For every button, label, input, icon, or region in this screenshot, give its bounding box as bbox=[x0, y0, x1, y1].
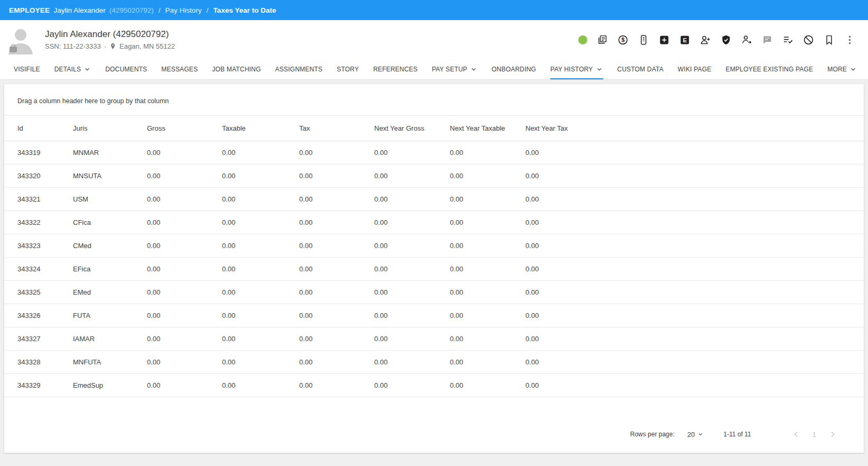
task-check-icon[interactable] bbox=[782, 34, 793, 45]
cell-next-year-gross: 0.00 bbox=[374, 351, 450, 374]
table-row[interactable]: 343326 FUTA 0.00 0.00 0.00 0.00 0.00 0.0… bbox=[4, 304, 864, 327]
previous-page-button[interactable] bbox=[790, 428, 802, 440]
table-row[interactable]: 343321 USM 0.00 0.00 0.00 0.00 0.00 0.00 bbox=[4, 188, 864, 211]
table-row[interactable]: 343329 EmedSup 0.00 0.00 0.00 0.00 0.00 … bbox=[4, 374, 864, 397]
cell-gross: 0.00 bbox=[147, 281, 222, 304]
cell-id: 343320 bbox=[4, 165, 73, 188]
cell-juris: EmedSup bbox=[73, 374, 147, 397]
chevron-down-icon bbox=[84, 66, 91, 73]
person-add-icon[interactable] bbox=[699, 34, 711, 45]
e-square-icon[interactable]: E bbox=[679, 34, 690, 45]
breadcrumb-pay-history[interactable]: Pay History bbox=[165, 6, 202, 14]
svg-text:$: $ bbox=[621, 36, 624, 43]
cell-next-year-tax: 0.00 bbox=[525, 188, 864, 211]
breadcrumb-separator: / bbox=[159, 6, 161, 14]
cell-next-year-taxable: 0.00 bbox=[450, 374, 525, 397]
table-row[interactable]: 343327 IAMAR 0.00 0.00 0.00 0.00 0.00 0.… bbox=[4, 327, 864, 351]
tab-references[interactable]: REFERENCES bbox=[373, 59, 418, 79]
tab-messages[interactable]: MESSAGES bbox=[161, 59, 198, 79]
kebab-menu-icon[interactable] bbox=[844, 34, 855, 45]
cell-next-year-tax: 0.00 bbox=[525, 234, 864, 258]
cell-gross: 0.00 bbox=[147, 188, 222, 211]
cell-juris: MNMAR bbox=[73, 141, 147, 165]
pagination-bar: Rows per page: 20 1-11 of 11 1 bbox=[4, 419, 864, 453]
plus-square-icon[interactable] bbox=[658, 34, 670, 45]
cell-next-year-taxable: 0.00 bbox=[450, 234, 525, 258]
column-header-next-year-tax[interactable]: Next Year Tax bbox=[525, 116, 864, 141]
cell-tax: 0.00 bbox=[299, 234, 374, 258]
cell-juris: MNSUTA bbox=[73, 165, 147, 188]
tab-job-matching[interactable]: JOB MATCHING bbox=[212, 59, 261, 79]
header-toolbar: $ E bbox=[578, 34, 855, 45]
tab-custom-data[interactable]: CUSTOM DATA bbox=[617, 59, 664, 79]
cell-juris: IAMAR bbox=[73, 327, 147, 351]
tab-visifile[interactable]: VISIFILE bbox=[14, 59, 40, 79]
cell-taxable: 0.00 bbox=[222, 141, 299, 165]
tab-employee-existing-page[interactable]: EMPLOYEE EXISTING PAGE bbox=[726, 59, 814, 79]
taxes-grid-card: Drag a column header here to group by th… bbox=[4, 84, 864, 453]
breadcrumb-separator: / bbox=[207, 6, 209, 14]
cell-tax: 0.00 bbox=[299, 374, 374, 397]
tab-bar: VISIFILE DETAILS DOCUMENTS MESSAGES JOB … bbox=[0, 59, 868, 80]
tab-wiki-page[interactable]: WIKI PAGE bbox=[678, 59, 712, 79]
activity-log-icon[interactable] bbox=[596, 34, 608, 45]
subline-separator: · bbox=[104, 42, 106, 50]
cell-id: 343324 bbox=[4, 258, 73, 281]
cell-taxable: 0.00 bbox=[222, 165, 299, 188]
current-page-number[interactable]: 1 bbox=[812, 431, 816, 438]
status-indicator bbox=[578, 35, 587, 44]
cell-tax: 0.00 bbox=[299, 211, 374, 234]
rows-per-page-select[interactable]: 20 bbox=[687, 431, 703, 438]
table-header-row: Id Juris Gross Taxable Tax Next Year Gro… bbox=[4, 116, 864, 141]
block-icon[interactable] bbox=[802, 34, 814, 45]
cell-tax: 0.00 bbox=[299, 327, 374, 351]
cell-next-year-taxable: 0.00 bbox=[450, 165, 525, 188]
cell-gross: 0.00 bbox=[147, 141, 222, 165]
tab-details[interactable]: DETAILS bbox=[54, 59, 91, 79]
cell-next-year-taxable: 0.00 bbox=[450, 258, 525, 281]
column-header-id[interactable]: Id bbox=[4, 116, 73, 141]
cell-next-year-gross: 0.00 bbox=[374, 141, 450, 165]
person-assignment-icon[interactable] bbox=[741, 34, 752, 45]
column-header-gross[interactable]: Gross bbox=[147, 116, 222, 141]
column-header-next-year-gross[interactable]: Next Year Gross bbox=[374, 116, 450, 141]
cell-next-year-taxable: 0.00 bbox=[450, 351, 525, 374]
chat-icon[interactable] bbox=[761, 34, 773, 45]
tab-story[interactable]: STORY bbox=[337, 59, 359, 79]
bookmark-icon[interactable] bbox=[823, 34, 835, 45]
tab-pay-history[interactable]: PAY HISTORY bbox=[550, 59, 603, 79]
tab-documents[interactable]: DOCUMENTS bbox=[105, 59, 147, 79]
table-row[interactable]: 343320 MNSUTA 0.00 0.00 0.00 0.00 0.00 0… bbox=[4, 165, 864, 188]
breadcrumb-employee-name[interactable]: Jaylin Alexander bbox=[53, 6, 105, 14]
tab-onboarding[interactable]: ONBOARDING bbox=[492, 59, 536, 79]
cell-gross: 0.00 bbox=[147, 374, 222, 397]
employee-header: Jaylin Alexander (4295020792) SSN: 111-2… bbox=[0, 20, 868, 59]
table-row[interactable]: 343325 EMed 0.00 0.00 0.00 0.00 0.00 0.0… bbox=[4, 281, 864, 304]
cell-next-year-tax: 0.00 bbox=[525, 374, 864, 397]
shield-check-icon[interactable] bbox=[720, 34, 732, 45]
table-row[interactable]: 343324 EFica 0.00 0.00 0.00 0.00 0.00 0.… bbox=[4, 258, 864, 281]
column-header-taxable[interactable]: Taxable bbox=[222, 116, 299, 141]
dollar-circle-icon[interactable]: $ bbox=[617, 34, 629, 45]
table-row[interactable]: 343322 CFica 0.00 0.00 0.00 0.00 0.00 0.… bbox=[4, 211, 864, 234]
group-by-drop-zone[interactable]: Drag a column header here to group by th… bbox=[4, 84, 864, 115]
column-header-juris[interactable]: Juris bbox=[73, 116, 147, 141]
column-header-next-year-taxable[interactable]: Next Year Taxable bbox=[450, 116, 525, 141]
tab-assignments[interactable]: ASSIGNMENTS bbox=[275, 59, 322, 79]
cell-next-year-gross: 0.00 bbox=[374, 304, 450, 327]
cell-next-year-tax: 0.00 bbox=[525, 141, 864, 165]
table-row[interactable]: 343328 MNFUTA 0.00 0.00 0.00 0.00 0.00 0… bbox=[4, 351, 864, 374]
next-page-button[interactable] bbox=[827, 428, 838, 440]
clipboard-icon[interactable] bbox=[638, 34, 649, 45]
cell-taxable: 0.00 bbox=[222, 304, 299, 327]
cell-id: 343326 bbox=[4, 304, 73, 327]
cell-next-year-gross: 0.00 bbox=[374, 211, 450, 234]
tab-more[interactable]: MORE bbox=[827, 59, 857, 79]
cell-taxable: 0.00 bbox=[222, 258, 299, 281]
table-row[interactable]: 343319 MNMAR 0.00 0.00 0.00 0.00 0.00 0.… bbox=[4, 141, 864, 165]
tab-pay-setup[interactable]: PAY SETUP bbox=[432, 59, 477, 79]
cell-next-year-taxable: 0.00 bbox=[450, 211, 525, 234]
table-row[interactable]: 343323 CMed 0.00 0.00 0.00 0.00 0.00 0.0… bbox=[4, 234, 864, 258]
column-header-tax[interactable]: Tax bbox=[299, 116, 374, 141]
employee-location[interactable]: Eagan, MN 55122 bbox=[119, 42, 175, 50]
